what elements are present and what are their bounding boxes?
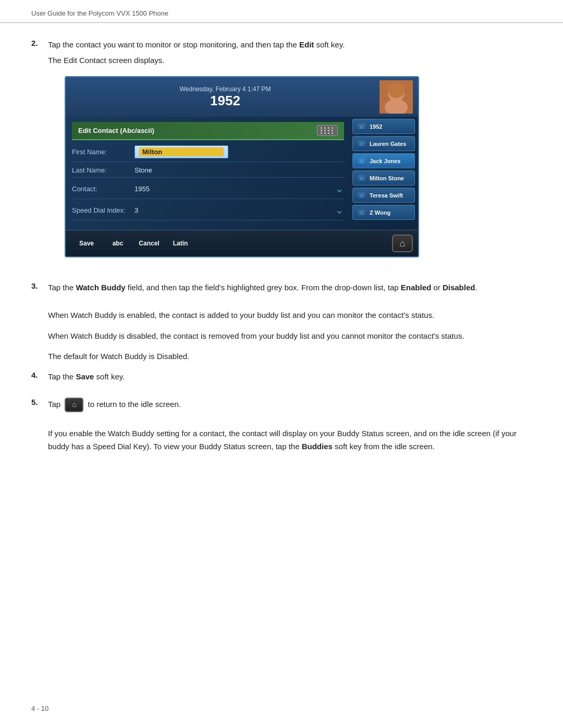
step-5-number: 5. <box>31 398 48 406</box>
step-4-content: Tap the Save soft key. <box>48 371 532 386</box>
step-5-block: 5. Tap ⌂ to return to the idle screen. <box>31 398 532 415</box>
step-2-text: Tap the contact you want to monitor or s… <box>48 39 532 51</box>
contact-name-jack: Jack Jones <box>370 158 400 164</box>
edit-contact-label: Edit Contact (Abc/ascii) <box>78 127 154 134</box>
phone-screen: Wednesday, February 4 1:47 PM 1952 <box>65 76 419 257</box>
softkey-cancel[interactable]: Cancel <box>133 240 165 247</box>
phone-body: Edit Contact (Abc/ascii) <box>66 117 418 230</box>
form-value-speeddial: 3 <box>134 206 331 214</box>
contact-arrow-down[interactable]: ⌄ <box>335 182 344 195</box>
step-3-text: Tap the Watch Buddy field, and then tap … <box>48 281 532 294</box>
contact-item-lauren[interactable]: ☏ Lauren Gates <box>352 136 415 151</box>
step-2-content: Tap the contact you want to monitor or s… <box>48 39 532 270</box>
contact-name-1952: 1952 <box>370 124 382 130</box>
form-row-lastname: Last Name: Stone <box>72 166 344 178</box>
contact-phone-icon-5: ☏ <box>357 191 366 200</box>
phone-top-bar: Wednesday, February 4 1:47 PM 1952 <box>66 77 418 117</box>
home-button[interactable]: ⌂ <box>392 235 413 252</box>
speeddial-arrow-down[interactable]: ⌄ <box>335 203 344 217</box>
para-watch-enabled: When Watch Buddy is enabled, the contact… <box>48 309 532 322</box>
form-label-lastname: Last Name: <box>72 166 134 174</box>
edit-contact-bar: Edit Contact (Abc/ascii) <box>72 122 344 140</box>
contact-phone-icon-2: ☏ <box>357 139 366 148</box>
contact-phone-icon-6: ☏ <box>357 208 366 217</box>
page-number: 4 - 10 <box>31 705 48 712</box>
step-4-block: 4. Tap the Save soft key. <box>31 371 532 386</box>
contact-item-teresa[interactable]: ☏ Teresa Swift <box>352 188 415 203</box>
avatar <box>380 80 413 114</box>
step-3-content: Tap the Watch Buddy field, and then tap … <box>48 281 532 297</box>
form-row-contact: Contact: 1955 ⌄ <box>72 182 344 199</box>
main-content: 2. Tap the contact you want to monitor o… <box>0 23 563 482</box>
inline-home-button: ⌂ <box>65 398 83 412</box>
header-title: User Guide for the Polycom VVX 1500 Phon… <box>31 9 168 17</box>
contact-phone-icon-4: ☏ <box>357 174 366 182</box>
keyboard-icon <box>317 125 338 136</box>
step-2-block: 2. Tap the contact you want to monitor o… <box>31 39 532 270</box>
step-3-block: 3. Tap the Watch Buddy field, and then t… <box>31 281 532 297</box>
step-4-number: 4. <box>31 371 48 379</box>
contact-phone-icon-3: ☏ <box>357 156 366 165</box>
phone-datetime: Wednesday, February 4 1:47 PM <box>180 85 271 93</box>
step-5-text: Tap ⌂ to return to the idle screen. <box>48 398 532 412</box>
step-5-content: Tap ⌂ to return to the idle screen. <box>48 398 532 415</box>
form-value-contact: 1955 <box>134 185 331 193</box>
contact-name-zwong: Z Wong <box>370 209 390 216</box>
step-2-subtext: The Edit Contact screen displays. <box>48 54 532 67</box>
form-label-speeddial: Speed Dial Index: <box>72 206 134 214</box>
para-watch-default: The default for Watch Buddy is Disabled. <box>48 350 532 363</box>
para-watch-disabled: When Watch Buddy is disabled, the contac… <box>48 329 532 343</box>
contact-item-1952[interactable]: ☏ 1952 <box>352 119 415 134</box>
softkey-abc[interactable]: abc <box>102 240 133 247</box>
contact-name-milton: Milton Stone <box>370 175 404 181</box>
closing-paragraph: If you enable the Watch Buddy setting fo… <box>48 427 532 453</box>
contact-name-lauren: Lauren Gates <box>370 141 406 147</box>
phone-softkeys-bar: Save abc Cancel Latin ⌂ <box>66 230 418 256</box>
svg-point-3 <box>388 83 405 98</box>
form-field-firstname[interactable]: Milton <box>134 145 228 158</box>
step-3-number: 3. <box>31 281 48 290</box>
page-header: User Guide for the Polycom VVX 1500 Phon… <box>0 0 563 23</box>
contact-phone-icon: ☏ <box>357 122 366 131</box>
form-label-firstname: First Name: <box>72 148 134 156</box>
phone-form: Edit Contact (Abc/ascii) <box>66 117 350 230</box>
form-row-speeddial: Speed Dial Index: 3 ⌄ <box>72 203 344 220</box>
keyboard-dots <box>321 127 334 134</box>
page-footer: 4 - 10 <box>31 705 48 712</box>
form-value-lastname: Stone <box>134 166 344 174</box>
contact-item-jack[interactable]: ☏ Jack Jones <box>352 153 415 168</box>
step-2-number: 2. <box>31 39 48 47</box>
contact-name-teresa: Teresa Swift <box>370 192 403 199</box>
form-row-firstname: First Name: Milton <box>72 145 344 162</box>
phone-contacts-sidebar: ☏ 1952 ☏ Lauren Gates ☏ Jack Jones <box>350 117 418 230</box>
contact-item-milton[interactable]: ☏ Milton Stone <box>352 170 415 186</box>
form-value-firstname: Milton <box>139 147 224 156</box>
softkey-latin[interactable]: Latin <box>165 240 196 247</box>
step-4-text: Tap the Save soft key. <box>48 371 532 383</box>
phone-extension: 1952 <box>210 93 240 109</box>
contact-item-zwong[interactable]: ☏ Z Wong <box>352 205 415 220</box>
softkey-save[interactable]: Save <box>71 240 102 247</box>
form-label-contact: Contact: <box>72 185 134 193</box>
